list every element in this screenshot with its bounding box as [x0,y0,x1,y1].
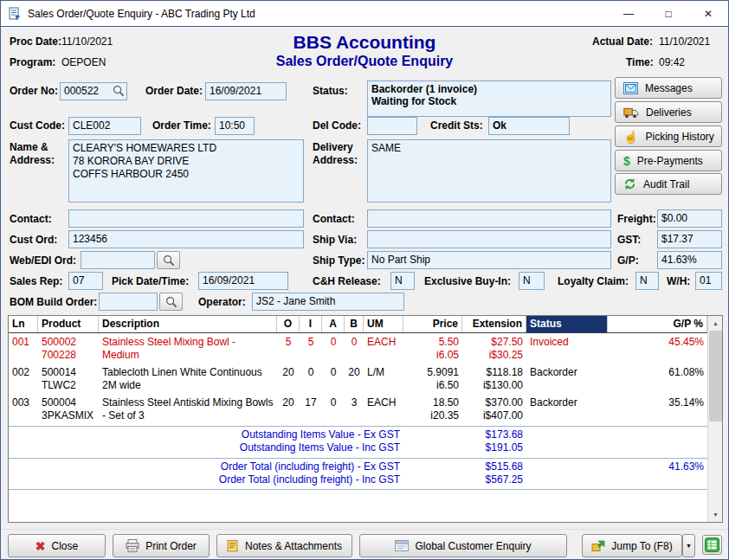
picking-history-button[interactable]: ☝ Picking History [615,126,722,147]
summary-row: Order Total (including freight) - Ex GST… [9,460,707,473]
gp-label: G/P: [617,254,639,267]
table-header: Ln Product Description O I A B UM Price … [9,316,707,333]
cell-ordered: 5 [277,336,300,362]
close-x-icon: ✖ [35,540,46,552]
column-header-price[interactable]: Price [403,316,462,332]
export-button[interactable] [702,535,722,555]
line-items-table: Ln Product Description O I A B UM Price … [8,315,723,523]
column-header-um[interactable]: UM [364,316,403,332]
jump-to-dropdown-button[interactable]: ▼ [682,534,695,557]
print-order-button[interactable]: Print Order [113,534,210,557]
order-no-value: 000522 [64,85,99,97]
table-row[interactable]: 001 500002 700228 Stainless Steel Mixing… [9,333,707,364]
outstanding-summary: Outstanding Items Value - Ex GST $173.68… [9,426,722,456]
name-address-label: Name & Address: [10,141,55,167]
ship-type-field[interactable]: No Part Ship [367,251,611,269]
column-header-extension[interactable]: Extension [462,316,526,332]
order-no-search-icon[interactable] [113,85,125,97]
screen-title: Sales Order/Quote Enquiry [1,54,728,69]
del-code-field[interactable] [367,117,417,135]
warehouse-field[interactable]: 01 [695,272,722,290]
audit-trail-button[interactable]: Audit Trail [615,173,722,195]
ship-via-field[interactable] [367,230,611,248]
order-date-field[interactable]: 16/09/2021 [205,82,287,100]
contact-left-field[interactable] [68,209,304,228]
bom-build-order-field[interactable] [99,293,158,311]
deliveries-button[interactable]: Deliveries [615,101,722,123]
scrollbar-thumb[interactable] [709,331,722,422]
summary-gp [608,441,707,454]
search-icon [165,296,177,308]
messages-icon [623,82,638,94]
loyalty-claim-field[interactable]: N [635,272,659,290]
cust-ord-field[interactable]: 123456 [68,230,304,248]
delivery-address-field[interactable]: SAME [367,139,611,203]
gst-field[interactable]: $17.37 [657,230,722,248]
cell-price: 5.50 i6.05 [403,336,462,362]
minimize-button[interactable]: — [609,1,648,26]
column-header-a[interactable]: A [322,316,345,332]
close-button[interactable]: ✖ Close [8,534,106,557]
time-value: 09:42 [659,56,685,69]
summary-label: Order Total (including freight) - Inc GS… [9,473,403,486]
column-header-status[interactable]: Status [526,316,608,332]
web-edi-ord-field[interactable] [81,251,155,269]
order-no-field[interactable]: 000522 [60,82,127,100]
pick-date-time-field[interactable]: 16/09/2021 [198,272,288,290]
sales-rep-field[interactable]: 07 [68,272,103,290]
credit-sts-value: Ok [493,119,506,132]
footer-divider [1,529,728,530]
contact-right-field[interactable] [367,209,611,228]
jump-to-button[interactable]: Jump To (F8) [582,534,682,557]
table-row[interactable]: 002 500014 TLWC2 Tablecloth Linen White … [9,364,707,394]
extension-inc: i$30.25 [466,349,523,362]
window-title: Sales Order/Quote Enquiry - ABC Trading … [28,8,255,20]
notes-attachments-button[interactable]: Notes & Attachments [216,534,352,557]
messages-button[interactable]: Messages [615,77,722,99]
credit-sts-field[interactable]: Ok [488,117,570,135]
scroll-down-icon[interactable]: ▼ [708,507,723,522]
column-header-o[interactable]: O [277,316,300,332]
jump-to-label: Jump To (F8) [611,540,672,552]
close-window-button[interactable]: ✕ [688,1,728,26]
global-customer-enquiry-button[interactable]: Global Customer Enquiry [359,534,567,557]
bom-search-button[interactable] [159,293,183,311]
column-header-b[interactable]: B [345,316,364,332]
cell-invoiced: 0 [300,366,322,392]
column-header-product[interactable]: Product [38,316,99,332]
scroll-up-icon[interactable]: ▲ [708,316,723,331]
table-row[interactable]: 003 500004 3PKASMIX Stainless Steel Anti… [9,394,707,424]
cell-ln: 001 [9,336,38,362]
product-code: 500004 [42,396,95,409]
exclusive-buy-in-field[interactable]: N [519,272,545,290]
cell-extension: $370.00 i$407.00 [462,396,526,422]
name-address-line1: CLEARY'S HOMEWARES LTD [73,142,300,155]
product-code: 500002 [42,336,95,349]
column-header-i[interactable]: I [300,316,322,332]
pre-payments-button[interactable]: $ Pre-Payments [615,150,722,171]
freight-field[interactable]: $0.00 [657,209,722,228]
ch-release-field[interactable]: N [390,272,415,290]
gp-field[interactable]: 41.63% [657,251,722,269]
order-date-label: Order Date: [145,85,203,98]
column-header-gp[interactable]: G/P % [608,316,707,332]
summary-extension: $173.68 [462,428,526,441]
spacer [403,441,462,454]
column-header-description[interactable]: Description [99,316,277,332]
cell-extension: $27.50 i$30.25 [462,336,526,362]
bom-build-order-label: BOM Build Order: [10,296,97,309]
web-edi-search-button[interactable] [157,251,180,269]
vertical-scrollbar[interactable]: ▲ ▼ [707,316,722,522]
order-time-field[interactable]: 10:50 [215,117,255,135]
name-address-label-line2: Address: [10,154,55,167]
operator-field[interactable]: JS2 - Jane Smith [252,293,404,311]
cell-description: Tablecloth Linen White Continuous 2M wid… [99,366,277,392]
order-date-value: 16/09/2021 [210,85,261,97]
cell-um: L/M [364,366,403,392]
audit-trail-label: Audit Trail [643,178,689,190]
column-header-ln[interactable]: Ln [9,316,38,332]
cust-ord-label: Cust Ord: [10,234,57,247]
name-address-field[interactable]: CLEARY'S HOMEWARES LTD 78 KORORA BAY DRI… [68,139,304,203]
cust-code-field[interactable]: CLE002 [68,117,141,135]
maximize-button[interactable]: □ [648,1,688,26]
